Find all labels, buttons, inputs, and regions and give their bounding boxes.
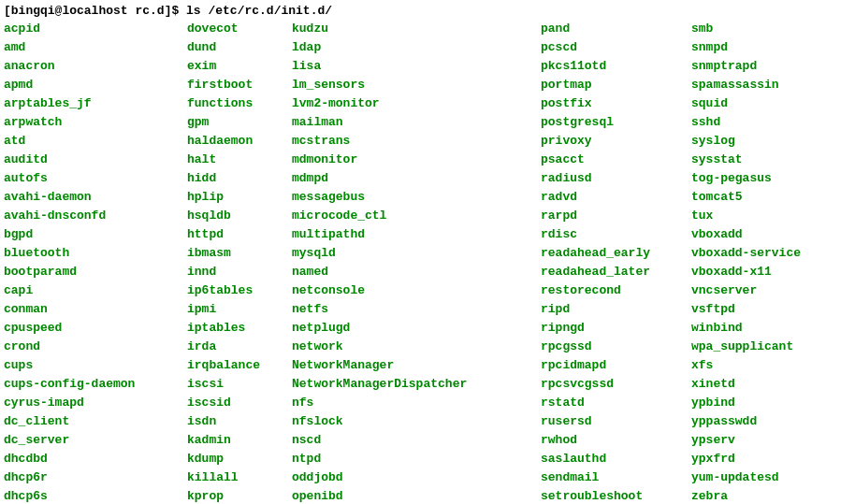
file-entry: kudzu [292,20,541,38]
typed-command: ls /etc/rc.d/init.d/ [186,4,332,18]
file-entry: killall [187,468,292,487]
file-entry: avahi-daemon [4,188,187,207]
file-entry: radiusd [541,169,691,188]
file-entry: vboxadd-x11 [691,263,801,281]
ls-output: acpidamdanacronapmdarptables_jfarpwatcha… [4,20,851,504]
file-entry: arpwatch [4,113,187,132]
file-entry: bluetooth [4,244,187,263]
file-entry: netconsole [292,281,541,300]
file-entry: ldap [292,38,541,57]
file-entry: cups-config-daemon [4,375,187,394]
file-entry: iptables [187,319,292,338]
file-entry: messagebus [292,188,541,207]
file-entry: avahi-dnsconfd [4,207,187,225]
file-entry: dund [187,38,292,57]
file-entry: oddjobd [292,468,541,487]
file-entry: rdisc [541,225,691,244]
file-entry: winbind [691,319,801,338]
file-entry: openibd [292,487,541,504]
file-entry: NetworkManagerDispatcher [292,375,541,394]
file-entry: vsftpd [691,300,801,319]
file-entry: dovecot [187,20,292,38]
file-entry: pkcs11otd [541,57,691,76]
file-entry: restorecond [541,281,691,300]
file-entry: portmap [541,76,691,94]
file-entry: vboxadd [691,225,801,244]
file-entry: kdump [187,450,292,468]
file-entry: microcode_ctl [292,207,541,225]
file-column-3: kudzuldaplisalm_sensorslvm2-monitormailm… [292,20,541,504]
file-entry: lisa [292,57,541,76]
file-entry: nfslock [292,412,541,431]
file-entry: dhcp6r [4,468,187,487]
file-entry: readahead_early [541,244,691,263]
file-entry: tog-pegasus [691,169,801,188]
file-entry: mdmonitor [292,151,541,169]
file-entry: mysqld [292,244,541,263]
file-entry: hidd [187,169,292,188]
file-entry: gpm [187,113,292,132]
file-entry: sendmail [541,468,691,487]
file-entry: snmpd [691,38,801,57]
file-entry: vncserver [691,281,801,300]
file-entry: network [292,338,541,356]
file-entry: snmptrapd [691,57,801,76]
file-entry: multipathd [292,225,541,244]
file-entry: NetworkManager [292,356,541,375]
file-entry: irda [187,338,292,356]
file-entry: tux [691,207,801,225]
file-entry: readahead_later [541,263,691,281]
file-entry: rarpd [541,207,691,225]
file-entry: functions [187,94,292,113]
file-entry: tomcat5 [691,188,801,207]
file-entry: xinetd [691,375,801,394]
file-entry: acpid [4,20,187,38]
file-entry: ripngd [541,319,691,338]
file-entry: lm_sensors [292,76,541,94]
file-entry: yum-updatesd [691,468,801,487]
file-entry: syslog [691,132,801,151]
file-entry: dhcdbd [4,450,187,468]
file-entry: ypbind [691,394,801,412]
file-entry: saslauthd [541,450,691,468]
file-entry: pcscd [541,38,691,57]
file-entry: auditd [4,151,187,169]
file-entry: dc_server [4,431,187,450]
file-entry: mdmpd [292,169,541,188]
file-entry: zebra [691,487,801,504]
file-entry: rpcsvcgssd [541,375,691,394]
file-entry: lvm2-monitor [292,94,541,113]
file-entry: dhcp6s [4,487,187,504]
file-entry: amd [4,38,187,57]
file-entry: radvd [541,188,691,207]
file-entry: xfs [691,356,801,375]
file-entry: ntpd [292,450,541,468]
file-entry: atd [4,132,187,151]
file-entry: conman [4,300,187,319]
file-entry: privoxy [541,132,691,151]
file-entry: named [292,263,541,281]
file-entry: bgpd [4,225,187,244]
file-entry: ip6tables [187,281,292,300]
file-entry: innd [187,263,292,281]
file-entry: autofs [4,169,187,188]
file-entry: rpcgssd [541,338,691,356]
file-entry: crond [4,338,187,356]
file-entry: exim [187,57,292,76]
file-entry: isdn [187,412,292,431]
file-entry: ipmi [187,300,292,319]
file-column-4: pandpcscdpkcs11otdportmappostfixpostgres… [541,20,691,504]
file-entry: hplip [187,188,292,207]
file-entry: cups [4,356,187,375]
file-entry: mcstrans [292,132,541,151]
file-entry: bootparamd [4,263,187,281]
file-column-1: acpidamdanacronapmdarptables_jfarpwatcha… [4,20,187,504]
file-entry: nfs [292,394,541,412]
file-entry: ypserv [691,431,801,450]
file-entry: sshd [691,113,801,132]
file-entry: cyrus-imapd [4,394,187,412]
file-entry: capi [4,281,187,300]
file-entry: arptables_jf [4,94,187,113]
file-entry: rwhod [541,431,691,450]
file-entry: squid [691,94,801,113]
